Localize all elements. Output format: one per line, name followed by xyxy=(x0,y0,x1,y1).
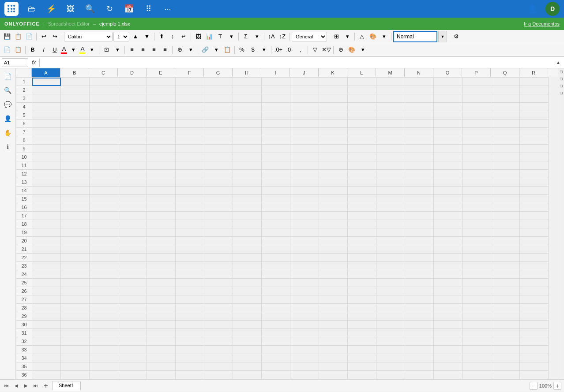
cell-M18[interactable] xyxy=(376,220,405,228)
align-left-button[interactable]: ≡ xyxy=(127,45,137,55)
cell-R18[interactable] xyxy=(520,220,549,228)
cell-A34[interactable] xyxy=(32,354,61,362)
cell-B10[interactable] xyxy=(61,153,90,161)
redo-button[interactable]: ↪ xyxy=(49,32,60,41)
cell-O27[interactable] xyxy=(434,295,462,304)
cell-Q25[interactable] xyxy=(491,279,520,287)
row-number-1[interactable]: 1 xyxy=(16,78,32,86)
cell-H34[interactable] xyxy=(233,354,262,362)
cell-F36[interactable] xyxy=(176,371,204,379)
col-header-G[interactable]: G xyxy=(204,68,233,77)
cell-D31[interactable] xyxy=(118,329,147,337)
cell-H12[interactable] xyxy=(233,170,262,178)
cell-N19[interactable] xyxy=(405,228,434,237)
cell-D6[interactable] xyxy=(118,119,147,128)
app-logo[interactable] xyxy=(4,2,19,16)
cell-O33[interactable] xyxy=(434,346,462,354)
cell-B35[interactable] xyxy=(61,362,90,371)
cell-E22[interactable] xyxy=(147,254,176,262)
cell-B4[interactable] xyxy=(61,103,90,111)
cell-P2[interactable] xyxy=(462,86,491,94)
cell-M4[interactable] xyxy=(376,103,405,111)
cell-D24[interactable] xyxy=(118,270,147,279)
cell-P20[interactable] xyxy=(462,237,491,245)
col-header-H[interactable]: H xyxy=(233,68,261,77)
cell-F32[interactable] xyxy=(176,337,204,346)
cell-J27[interactable] xyxy=(290,295,319,304)
cell-Q6[interactable] xyxy=(491,119,520,128)
cell-I4[interactable] xyxy=(262,103,290,111)
row-number-6[interactable]: 6 xyxy=(16,119,32,128)
cell-B23[interactable] xyxy=(61,262,90,270)
cell-B33[interactable] xyxy=(61,346,90,354)
cell-E13[interactable] xyxy=(147,178,176,187)
cell-H35[interactable] xyxy=(233,362,262,371)
cell-J3[interactable] xyxy=(290,94,319,103)
cell-B27[interactable] xyxy=(61,295,90,304)
font-color-dropdown[interactable]: ▾ xyxy=(68,45,79,55)
cell-P36[interactable] xyxy=(462,371,491,379)
row-number-7[interactable]: 7 xyxy=(16,128,32,136)
cell-I36[interactable] xyxy=(262,371,290,379)
cell-D26[interactable] xyxy=(118,287,147,295)
cell-F26[interactable] xyxy=(176,287,204,295)
cell-L33[interactable] xyxy=(348,346,376,354)
cell-H30[interactable] xyxy=(233,321,262,329)
cell-N3[interactable] xyxy=(405,94,434,103)
cell-D10[interactable] xyxy=(118,153,147,161)
cell-K23[interactable] xyxy=(319,262,348,270)
cell-L31[interactable] xyxy=(348,329,376,337)
sidebar-search-icon[interactable]: 🔍 xyxy=(2,84,14,97)
row-number-10[interactable]: 10 xyxy=(16,153,32,161)
cell-A21[interactable] xyxy=(32,245,61,254)
cell-C14[interactable] xyxy=(90,187,118,195)
cell-A28[interactable] xyxy=(32,304,61,312)
cell-P23[interactable] xyxy=(462,262,491,270)
cell-R9[interactable] xyxy=(520,145,549,153)
cell-K9[interactable] xyxy=(319,145,348,153)
cell-L16[interactable] xyxy=(348,203,376,212)
cell-B31[interactable] xyxy=(61,329,90,337)
cell-B5[interactable] xyxy=(61,111,90,119)
row-number-32[interactable]: 32 xyxy=(16,337,32,346)
cell-G3[interactable] xyxy=(204,94,233,103)
cell-F8[interactable] xyxy=(176,136,204,145)
border-dropdown[interactable]: ▾ xyxy=(112,45,123,55)
bold-button[interactable]: B xyxy=(27,45,38,55)
currency-dropdown[interactable]: ▾ xyxy=(259,45,269,55)
save-button[interactable]: 💾 xyxy=(2,32,12,41)
cell-L18[interactable] xyxy=(348,220,376,228)
cell-I29[interactable] xyxy=(262,312,290,321)
cell-K25[interactable] xyxy=(319,279,348,287)
sidebar-comment-icon[interactable]: 💬 xyxy=(2,98,14,111)
cell-R2[interactable] xyxy=(520,86,549,94)
cell-E26[interactable] xyxy=(147,287,176,295)
cell-C28[interactable] xyxy=(90,304,118,312)
cell-A15[interactable] xyxy=(32,195,61,203)
cell-F9[interactable] xyxy=(176,145,204,153)
cell-O13[interactable] xyxy=(434,178,462,187)
cell-J8[interactable] xyxy=(290,136,319,145)
font-size-decrease-button[interactable]: ▼ xyxy=(142,32,152,41)
cell-G10[interactable] xyxy=(204,153,233,161)
cell-F22[interactable] xyxy=(176,254,204,262)
cell-R29[interactable] xyxy=(520,312,549,321)
cell-I14[interactable] xyxy=(262,187,290,195)
cell-P7[interactable] xyxy=(462,128,491,136)
cell-I32[interactable] xyxy=(262,337,290,346)
cell-K28[interactable] xyxy=(319,304,348,312)
cell-N32[interactable] xyxy=(405,337,434,346)
cell-E17[interactable] xyxy=(147,212,176,220)
cell-A35[interactable] xyxy=(32,362,61,371)
row-number-17[interactable]: 17 xyxy=(16,212,32,220)
cell-K5[interactable] xyxy=(319,111,348,119)
cell-M7[interactable] xyxy=(376,128,405,136)
cell-O26[interactable] xyxy=(434,287,462,295)
cell-F19[interactable] xyxy=(176,228,204,237)
cell-N36[interactable] xyxy=(405,371,434,379)
cell-M15[interactable] xyxy=(376,195,405,203)
cell-G27[interactable] xyxy=(204,295,233,304)
cell-M22[interactable] xyxy=(376,254,405,262)
cell-Q8[interactable] xyxy=(491,136,520,145)
cell-G35[interactable] xyxy=(204,362,233,371)
